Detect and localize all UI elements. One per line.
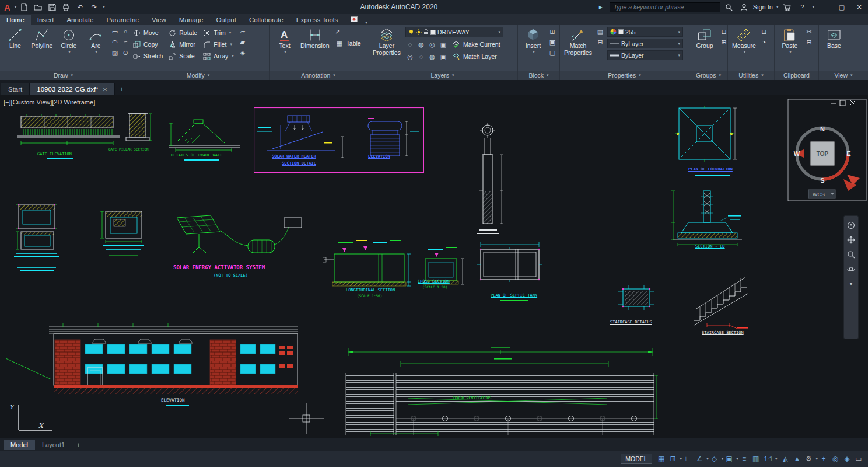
drawing-canvas[interactable]: [−][Custom View][2D Wireframe] GATE ELEV… xyxy=(0,95,868,438)
app-store-cart-icon[interactable] xyxy=(780,1,793,13)
layout-tab-model[interactable]: Model xyxy=(4,440,35,450)
redo-button[interactable]: ↷ xyxy=(88,1,100,13)
match-layer-button[interactable]: Match Layer xyxy=(450,51,499,62)
paste-chevron-icon[interactable]: ▾ xyxy=(789,50,792,54)
tab-collaborate[interactable]: Collaborate xyxy=(243,15,290,25)
autoscale-icon[interactable]: ▲ xyxy=(791,453,803,465)
paste-button[interactable]: Paste ▾ xyxy=(778,27,802,54)
snap-mode-icon[interactable]: ⊞ xyxy=(667,453,679,465)
help-button[interactable]: ? xyxy=(796,1,808,13)
group-add-icon[interactable]: ⊞ xyxy=(719,37,729,47)
table-button[interactable]: ▦Table xyxy=(333,37,363,49)
sign-in-button[interactable]: Sign In xyxy=(753,4,773,11)
layer-lock2-icon[interactable]: ▣ xyxy=(439,52,448,61)
revision-cloud-icon[interactable]: ◠ xyxy=(110,37,120,47)
rectangle-icon[interactable]: ▭ xyxy=(110,27,120,36)
ortho-mode-icon[interactable]: ∟ xyxy=(682,453,694,465)
trim-button[interactable]: Trim▾ xyxy=(200,27,236,39)
new-drawing-tab-button[interactable]: + xyxy=(115,83,128,95)
line-button[interactable]: Line xyxy=(3,27,27,50)
orbit-icon[interactable] xyxy=(846,264,856,274)
layer-freeze-icon[interactable]: ◍ xyxy=(416,40,426,49)
file-tab-drawing[interactable]: 10903-2022-CG.dxf*✕ xyxy=(30,83,115,95)
model-space-button[interactable]: MODEL xyxy=(621,454,652,464)
panel-title-utilities[interactable]: Utilities▾ xyxy=(728,71,774,80)
measure-button[interactable]: Measure ▾ xyxy=(731,27,757,54)
viewport-controls[interactable]: [−][Custom View][2D Wireframe] xyxy=(4,99,95,106)
object-isolate-icon[interactable]: ◎ xyxy=(830,453,841,465)
linetype-dropdown[interactable]: ByLayer ▾ xyxy=(607,39,683,48)
layer-freeze2-icon[interactable]: ◍ xyxy=(428,52,437,61)
tab-express-tools[interactable]: Express Tools xyxy=(290,15,344,25)
lineweight-dropdown[interactable]: ByLayer ▾ xyxy=(607,50,683,60)
autocad-logo-icon[interactable]: A xyxy=(2,3,12,12)
mirror-button[interactable]: Mirror xyxy=(166,39,199,50)
scale-button[interactable]: Scale xyxy=(166,50,199,62)
annotation-monitor-icon[interactable]: + xyxy=(818,453,830,465)
fillet-button[interactable]: Fillet▾ xyxy=(200,39,236,50)
create-block-icon[interactable]: ⊞ xyxy=(548,27,557,36)
workspace-gear-icon[interactable]: ⚙ xyxy=(803,453,814,465)
maximize-button[interactable]: ▢ xyxy=(834,1,849,13)
quick-calc-icon[interactable]: ◔ xyxy=(760,37,769,47)
panel-title-layers[interactable]: Layers▾ xyxy=(368,71,517,80)
block-attributes-icon[interactable]: ▢ xyxy=(548,48,557,57)
isodraft-icon[interactable]: ◇ xyxy=(709,453,720,465)
insert-button[interactable]: Insert ▾ xyxy=(521,27,545,54)
tab-parametric[interactable]: Parametric xyxy=(100,15,146,25)
insert-chevron-icon[interactable]: ▾ xyxy=(533,50,535,54)
text-chevron-icon[interactable]: ▾ xyxy=(284,50,286,54)
hatch-icon[interactable]: ▨ xyxy=(110,48,120,57)
new-file-button[interactable] xyxy=(18,1,30,13)
object-snap-icon[interactable]: ▣ xyxy=(723,453,735,465)
arc-chevron-icon[interactable]: ▾ xyxy=(95,50,97,54)
edit-polyline-icon[interactable]: ▱ xyxy=(238,27,247,36)
layout-tab-layout1[interactable]: Layout1 xyxy=(35,440,72,450)
array-button[interactable]: Array▾ xyxy=(200,50,236,62)
graphics-performance-icon[interactable]: ◈ xyxy=(841,453,853,465)
properties-list-icon[interactable]: ▤ xyxy=(596,27,605,36)
panel-title-view[interactable]: View▾ xyxy=(819,71,868,80)
tab-insert[interactable]: Insert xyxy=(31,15,61,25)
plot-button[interactable] xyxy=(60,1,72,13)
quick-select-icon[interactable]: ⊡ xyxy=(760,27,769,36)
layer-lock-icon[interactable]: ◎ xyxy=(428,40,437,49)
new-layout-button[interactable]: + xyxy=(72,441,85,448)
polar-tracking-icon[interactable]: ∠ xyxy=(694,453,705,465)
layer-off-icon[interactable]: ◌ xyxy=(405,40,415,49)
dimension-button[interactable]: Dimension xyxy=(299,27,331,50)
group-edit-icon[interactable]: ⊟ xyxy=(719,27,729,36)
properties-toggle-icon[interactable]: ⊟ xyxy=(596,37,605,47)
circle-chevron-icon[interactable]: ▾ xyxy=(68,50,71,54)
tab-home[interactable]: Home xyxy=(0,15,31,25)
user-icon[interactable] xyxy=(738,1,751,13)
panel-title-draw[interactable]: Draw▾ xyxy=(0,71,127,80)
ribbon-options-chevron-icon[interactable]: ▾ xyxy=(365,20,368,25)
make-current-button[interactable]: Make Current xyxy=(450,39,502,50)
quick-properties-icon[interactable]: ▥ xyxy=(750,453,762,465)
grid-display-icon[interactable]: ▦ xyxy=(656,453,667,465)
file-tab-start[interactable]: Start xyxy=(1,83,30,95)
app-menu-chevron-icon[interactable]: ▾ xyxy=(15,5,17,9)
group-button[interactable]: Group xyxy=(692,27,717,50)
circle-button[interactable]: Circle ▾ xyxy=(57,27,81,54)
panel-title-clipboard[interactable]: Clipboard xyxy=(775,71,818,80)
stretch-button[interactable]: Stretch xyxy=(130,50,164,62)
panel-title-annotation[interactable]: Annotation▾ xyxy=(270,71,367,80)
qat-chevron-icon[interactable]: ▾ xyxy=(103,5,105,9)
ucs-icon[interactable]: Y X xyxy=(7,401,60,435)
panel-title-block[interactable]: Block▾ xyxy=(518,71,559,80)
search-input[interactable] xyxy=(610,2,720,12)
featured-apps-icon[interactable] xyxy=(344,15,364,25)
zoom-icon[interactable] xyxy=(846,250,856,259)
layer-unisolate-icon[interactable]: ◌ xyxy=(416,52,426,61)
navbar-more-chevron-icon[interactable]: ▾ xyxy=(846,279,856,288)
tab-annotate[interactable]: Annotate xyxy=(60,15,100,25)
tab-manage[interactable]: Manage xyxy=(173,15,210,25)
rotate-button[interactable]: Rotate xyxy=(166,27,199,39)
navigation-wheel-icon[interactable] xyxy=(846,221,856,230)
tab-view[interactable]: View xyxy=(145,15,173,25)
polyline-button[interactable]: Polyline xyxy=(30,27,54,50)
open-file-button[interactable] xyxy=(32,1,44,13)
layer-dropdown-chevron-icon[interactable]: ▾ xyxy=(498,30,501,34)
